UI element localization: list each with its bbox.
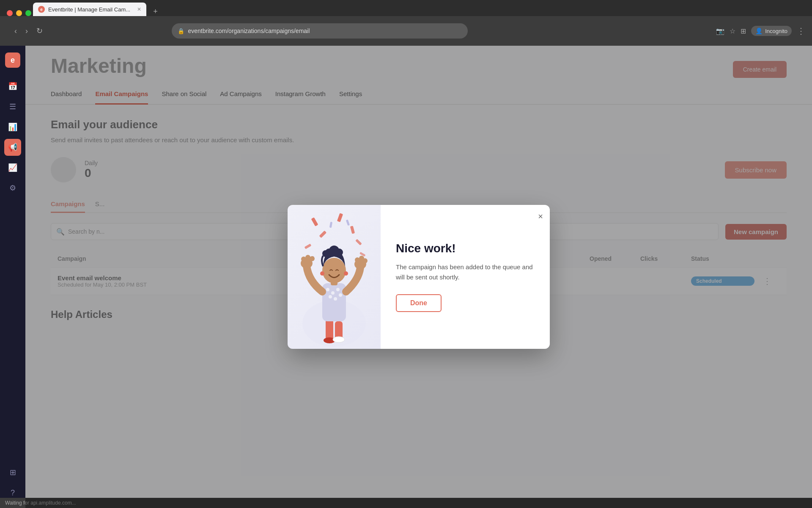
tab-title: Eventbrite | Manage Email Cam... xyxy=(48,6,130,13)
sidebar-icon-list[interactable]: ☰ xyxy=(4,98,21,115)
svg-point-38 xyxy=(320,271,324,276)
modal-description: The campaign has been added to the queue… xyxy=(396,262,535,282)
svg-rect-7 xyxy=(329,222,332,228)
lock-icon: 🔒 xyxy=(178,28,184,34)
close-traffic-light[interactable] xyxy=(7,10,13,16)
modal-content: × Nice work! The campaign has been added… xyxy=(381,205,550,349)
svg-point-37 xyxy=(335,248,343,256)
forward-btn[interactable]: › xyxy=(23,25,30,37)
sidebar: e 📅 ☰ 📊 📢 📈 ⚙ ⊞ ? xyxy=(0,46,25,508)
tab-close-btn[interactable]: ✕ xyxy=(137,6,141,12)
svg-point-29 xyxy=(362,258,368,263)
svg-rect-8 xyxy=(346,219,350,226)
user-icon: 👤 xyxy=(755,28,763,34)
browser-nav: ‹ › ↻ xyxy=(12,25,45,37)
browser-controls xyxy=(7,10,31,16)
tab-favicon: e xyxy=(38,6,45,13)
svg-point-17 xyxy=(331,291,335,295)
bookmark-icon[interactable]: ☆ xyxy=(730,27,735,35)
menu-btn[interactable]: ⋮ xyxy=(797,26,805,36)
incognito-label: Incognito xyxy=(765,28,787,34)
svg-point-39 xyxy=(344,271,348,276)
svg-point-18 xyxy=(336,288,340,291)
svg-rect-6 xyxy=(355,239,362,246)
address-bar[interactable]: 🔒 eventbrite.com/organizations/campaigns… xyxy=(172,23,468,39)
modal-close-btn[interactable]: × xyxy=(538,212,543,221)
sidebar-icon-marketing[interactable]: 📢 xyxy=(4,139,21,156)
minimize-traffic-light[interactable] xyxy=(16,10,22,16)
sidebar-icon-grid[interactable]: ⊞ xyxy=(4,464,21,481)
svg-rect-2 xyxy=(337,213,343,222)
sidebar-icon-settings[interactable]: ⚙ xyxy=(4,179,21,196)
url-text: eventbrite.com/organizations/campaigns/e… xyxy=(188,28,310,34)
active-tab[interactable]: e Eventbrite | Manage Email Cam... ✕ xyxy=(33,3,146,16)
maximize-traffic-light[interactable] xyxy=(25,10,31,16)
reload-btn[interactable]: ↻ xyxy=(34,25,45,37)
svg-point-19 xyxy=(329,295,332,298)
app-container: e 📅 ☰ 📊 📢 📈 ⚙ ⊞ ? Marketing Create email… xyxy=(0,46,812,508)
success-modal: × Nice work! The campaign has been added… xyxy=(288,205,550,349)
svg-rect-1 xyxy=(311,217,318,226)
browser-chrome: ‹ › ↻ 🔒 eventbrite.com/organizations/cam… xyxy=(0,16,812,46)
svg-rect-11 xyxy=(326,319,333,340)
svg-point-25 xyxy=(310,256,315,261)
svg-point-36 xyxy=(325,248,333,256)
modal-illustration xyxy=(288,205,381,349)
grid-icon[interactable]: ⊞ xyxy=(741,27,746,35)
sidebar-icon-bar-chart[interactable]: 📈 xyxy=(4,159,21,176)
svg-point-21 xyxy=(339,293,342,297)
back-btn[interactable]: ‹ xyxy=(12,25,19,37)
camera-off-icon: 📷 xyxy=(716,27,724,35)
svg-rect-5 xyxy=(304,243,312,249)
tab-bar: e Eventbrite | Manage Email Cam... ✕ + xyxy=(0,0,812,16)
celebration-illustration xyxy=(288,205,381,349)
svg-rect-4 xyxy=(350,226,355,234)
svg-point-20 xyxy=(334,297,337,301)
svg-point-16 xyxy=(326,288,329,291)
sidebar-logo[interactable]: e xyxy=(5,52,20,68)
new-tab-btn[interactable]: + xyxy=(150,7,161,16)
sidebar-icon-analytics[interactable]: 📊 xyxy=(4,119,21,135)
modal-done-btn[interactable]: Done xyxy=(396,294,442,312)
svg-point-14 xyxy=(333,337,345,342)
svg-point-31 xyxy=(322,258,346,283)
sidebar-icon-calendar[interactable]: 📅 xyxy=(4,78,21,95)
main-content: Marketing Create email Dashboard Email C… xyxy=(25,46,812,508)
modal-title: Nice work! xyxy=(396,242,535,255)
svg-rect-15 xyxy=(322,283,346,321)
svg-rect-3 xyxy=(319,231,327,238)
